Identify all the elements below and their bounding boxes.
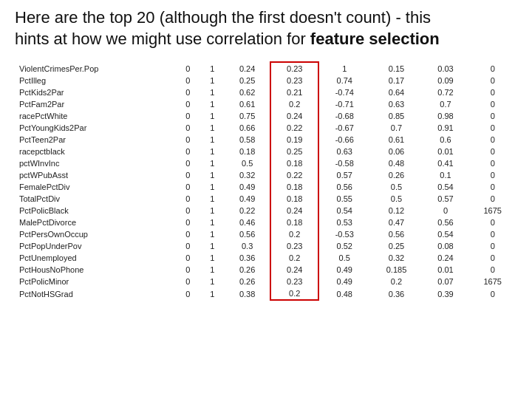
cell-value: -0.71	[318, 98, 369, 110]
cell-value: 0.18	[225, 146, 271, 157]
cell-value: 1	[200, 169, 225, 181]
row-label: PctNotHSGrad	[15, 287, 176, 300]
cell-value: 0.62	[225, 86, 271, 98]
cell-value: 0	[176, 228, 200, 240]
cell-value: 0.5	[225, 157, 271, 169]
cell-value: 0	[468, 252, 517, 264]
cell-value: 0.24	[270, 264, 318, 276]
cell-value: 0.75	[225, 110, 271, 122]
cell-value: 1	[200, 134, 225, 146]
table-row: PctHousNoPhone010.260.240.490.1850.010	[15, 264, 517, 276]
cell-value: -0.66	[318, 134, 369, 146]
cell-value: 0	[176, 264, 200, 276]
cell-value: 0	[423, 205, 468, 216]
cell-value: 1	[200, 98, 225, 110]
cell-value: 0	[176, 169, 200, 181]
cell-value: -0.74	[318, 86, 369, 98]
cell-value: 0.2	[369, 276, 423, 287]
cell-value: 0.24	[225, 62, 271, 75]
cell-value: 0.85	[369, 110, 423, 122]
cell-value: 0.38	[225, 287, 271, 300]
cell-value: 1	[200, 193, 225, 205]
cell-value: 0	[468, 228, 517, 240]
cell-value: 1	[200, 287, 225, 300]
cell-value: 0.52	[318, 240, 369, 252]
row-label: PctTeen2Par	[15, 134, 176, 146]
cell-value: 0.24	[423, 252, 468, 264]
cell-value: 0.23	[270, 240, 318, 252]
cell-value: 0	[468, 86, 517, 98]
row-label: racePctWhite	[15, 110, 176, 122]
row-label: PctIlleg	[15, 75, 176, 86]
cell-value: 0.74	[318, 75, 369, 86]
cell-value: 0	[176, 86, 200, 98]
cell-value: 0.5	[369, 181, 423, 193]
cell-value: -0.58	[318, 157, 369, 169]
table-row: ViolentCrimesPer.Pop010.240.2310.150.030	[15, 62, 517, 75]
cell-value: 0	[176, 75, 200, 86]
cell-value: 0.19	[270, 134, 318, 146]
cell-value: 0.41	[423, 157, 468, 169]
cell-value: 1	[200, 228, 225, 240]
cell-value: 0.22	[270, 122, 318, 134]
cell-value: 1	[200, 110, 225, 122]
cell-value: 0.08	[423, 240, 468, 252]
cell-value: 0.25	[270, 146, 318, 157]
cell-value: 0	[468, 98, 517, 110]
cell-value: 0.12	[369, 205, 423, 216]
cell-value: 0.98	[423, 110, 468, 122]
cell-value: 0.64	[369, 86, 423, 98]
cell-value: 0.2	[270, 287, 318, 300]
cell-value: 0	[468, 240, 517, 252]
cell-value: 0.01	[423, 146, 468, 157]
cell-value: 0.21	[270, 86, 318, 98]
row-label: PctPopUnderPov	[15, 240, 176, 252]
cell-value: 1	[200, 62, 225, 75]
cell-value: 0	[468, 216, 517, 228]
cell-value: 0	[468, 264, 517, 276]
cell-value: 0.56	[225, 228, 271, 240]
cell-value: 1	[200, 240, 225, 252]
cell-value: 1	[200, 264, 225, 276]
cell-value: 0.03	[423, 62, 468, 75]
table-row: PctUnemployed010.360.20.50.320.240	[15, 252, 517, 264]
cell-value: 0.2	[270, 98, 318, 110]
table-row: PctKids2Par010.620.21-0.740.640.720	[15, 86, 517, 98]
cell-value: 0	[176, 252, 200, 264]
row-label: racepctblack	[15, 146, 176, 157]
cell-value: 1	[200, 86, 225, 98]
row-label: PctHousNoPhone	[15, 264, 176, 276]
cell-value: 0.56	[369, 228, 423, 240]
cell-value: 0.54	[423, 181, 468, 193]
cell-value: 0.22	[270, 169, 318, 181]
cell-value: 0.23	[270, 75, 318, 86]
cell-value: 0.18	[270, 157, 318, 169]
cell-value: 0.18	[270, 181, 318, 193]
row-label: ViolentCrimesPer.Pop	[15, 62, 176, 75]
cell-value: 1	[200, 122, 225, 134]
cell-value: 0.1	[423, 169, 468, 181]
row-label: PctKids2Par	[15, 86, 176, 98]
cell-value: 0.25	[225, 75, 271, 86]
table-row: PctIlleg010.250.230.740.170.090	[15, 75, 517, 86]
table-row: PctPersOwnOccup010.560.2-0.530.560.540	[15, 228, 517, 240]
row-label: pctWPubAsst	[15, 169, 176, 181]
cell-value: 1	[318, 62, 369, 75]
cell-value: 1	[200, 252, 225, 264]
cell-value: 0.56	[318, 181, 369, 193]
cell-value: 0	[176, 62, 200, 75]
cell-value: 1	[200, 146, 225, 157]
cell-value: 0	[468, 110, 517, 122]
cell-value: -0.67	[318, 122, 369, 134]
table-row: TotalPctDiv010.490.180.550.50.570	[15, 193, 517, 205]
cell-value: 1	[200, 181, 225, 193]
cell-value: 0.01	[423, 264, 468, 276]
cell-value: 0.26	[369, 169, 423, 181]
cell-value: 0.06	[369, 146, 423, 157]
cell-value: 0	[468, 75, 517, 86]
cell-value: 0.07	[423, 276, 468, 287]
cell-value: 0	[176, 193, 200, 205]
cell-value: 0	[176, 157, 200, 169]
correlation-table: ViolentCrimesPer.Pop010.240.2310.150.030…	[15, 61, 517, 301]
cell-value: 0.56	[423, 216, 468, 228]
